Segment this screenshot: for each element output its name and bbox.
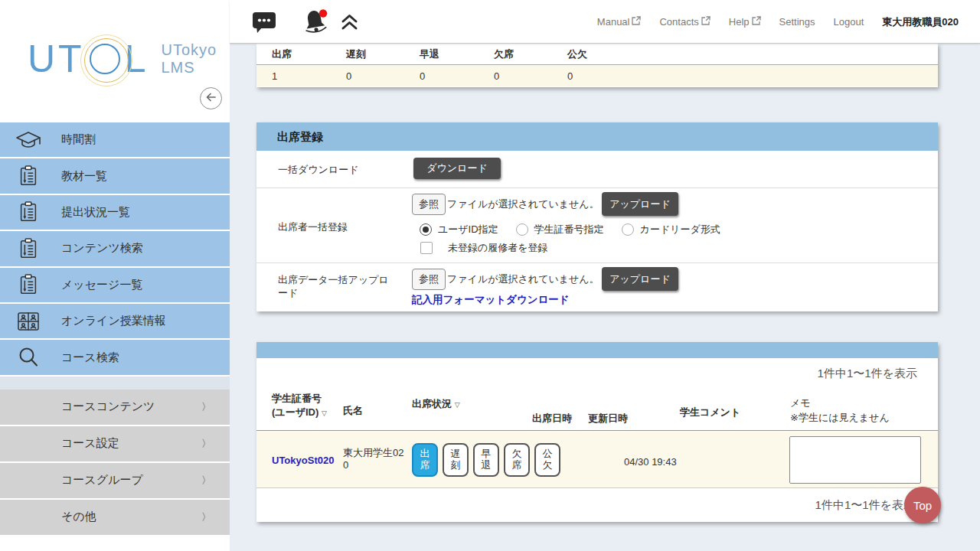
attendance-datetime-value: 04/30 19:43 — [624, 456, 677, 468]
id-type-radio-group: ユーザID指定 学生証番号指定 カードリーダ形式 — [412, 223, 738, 236]
status-button-late[interactable]: 遅刻 — [443, 443, 469, 477]
logout-link-label: Logout — [834, 16, 864, 28]
sidebar-collapse-button[interactable] — [200, 87, 222, 109]
table-header-bar — [256, 342, 938, 358]
message-list-icon — [15, 273, 41, 296]
sidebar-item-submission-status[interactable]: 提出状況一覧 — [0, 195, 230, 231]
memo-textarea[interactable] — [789, 436, 921, 484]
result-count-top: 1件中1〜1件を表示 — [818, 367, 917, 381]
manual-link[interactable]: Manual — [597, 16, 642, 28]
status-button-early-leave[interactable]: 早退 — [473, 443, 499, 477]
sort-indicator-icon: ▽ — [455, 401, 460, 409]
external-link-icon — [752, 16, 761, 28]
student-row: UTokyoSt020 東大用学生020 出席 遅刻 早退 欠席 公欠 04/3… — [256, 430, 938, 488]
browse-button[interactable]: 参照 — [412, 194, 446, 215]
attendance-status-button-group: 出席 遅刻 早退 欠席 公欠 — [412, 443, 560, 477]
sidebar-item-course-settings[interactable]: コース設定 〉 — [0, 426, 230, 463]
help-link[interactable]: Help — [729, 16, 761, 28]
browse-button[interactable]: 参照 — [412, 269, 446, 290]
logo-subtitle-line1: UTokyo — [161, 41, 217, 59]
sidebar-item-course-group[interactable]: コースグループ 〉 — [0, 463, 230, 500]
scroll-to-top-button[interactable]: Top — [904, 487, 941, 523]
chevron-right-icon: 〉 — [201, 437, 211, 451]
sidebar: UTL UTokyo LMS 時間割 — [0, 0, 230, 551]
utol-logo: UTL UTokyo LMS — [28, 37, 217, 81]
memo-header-line2: ※学生には見えません — [790, 412, 890, 423]
sidebar-item-messages[interactable]: メッセージ一覧 — [0, 268, 230, 304]
sidebar-item-course-contents[interactable]: コースコンテンツ 〉 — [0, 390, 230, 426]
sidebar-item-course-search[interactable]: コース検索 — [0, 340, 230, 376]
column-header-student-id[interactable]: 学生証番号 (ユーザID) ▽ — [272, 392, 327, 419]
summary-value-late: 0 — [346, 70, 351, 82]
topbar: Manual Contacts Help Settings Logout 東 — [230, 0, 980, 44]
radio-student-card-number[interactable] — [516, 223, 528, 236]
no-file-selected-text: ファイルが選択されていません。 — [447, 197, 599, 211]
logo-letter-u: U — [28, 37, 58, 81]
radio-card-reader-format-label: カードリーダ形式 — [640, 223, 720, 236]
contacts-link[interactable]: Contacts — [659, 16, 710, 28]
download-button[interactable]: ダウンロード — [413, 158, 501, 179]
radio-card-reader-format[interactable] — [622, 223, 634, 236]
sidebar-item-materials[interactable]: 教材一覧 — [0, 158, 230, 194]
register-unregistered-row: 未登録の履修者を登録 — [420, 241, 548, 255]
sidebar-item-label: コースグループ — [61, 473, 143, 487]
main-area: Manual Contacts Help Settings Logout 東 — [230, 0, 980, 551]
upload-button[interactable]: アップロード — [602, 267, 678, 291]
student-id-header-line1: 学生証番号 — [272, 393, 322, 404]
logo-word: UTL — [28, 37, 149, 81]
sidebar-main-menu: 時間割 教材一覧 提出状況一覧 コンテンツ検索 — [0, 122, 230, 377]
help-link-label: Help — [729, 16, 750, 28]
register-unregistered-label: 未登録の履修者を登録 — [448, 241, 548, 255]
sidebar-item-label: オンライン授業情報 — [61, 314, 166, 328]
online-class-icon — [15, 311, 41, 332]
student-id-link[interactable]: UTokyoSt020 — [272, 455, 334, 466]
register-unregistered-checkbox[interactable] — [420, 242, 433, 254]
summary-header-present: 出席 — [272, 47, 292, 61]
sidebar-item-timetable[interactable]: 時間割 — [0, 122, 230, 158]
result-count-bottom: 1件中1〜1件を表示 — [815, 488, 915, 522]
column-header-status[interactable]: 出席状況 ▽ — [412, 397, 460, 411]
search-icon — [15, 346, 41, 369]
sidebar-item-label: コンテンツ検索 — [61, 241, 143, 256]
attendance-register-panel: 出席登録 一括ダウンロード ダウンロード 出席者一括登録 参照 ファイルが選択さ… — [256, 122, 938, 311]
format-download-link[interactable]: 記入用フォーマットダウンロード — [412, 293, 570, 307]
sort-indicator-icon: ▽ — [322, 409, 327, 417]
status-button-excused[interactable]: 公欠 — [534, 443, 560, 477]
summary-header-excused: 公欠 — [567, 47, 587, 61]
sidebar-item-label: 提出状況一覧 — [61, 205, 130, 220]
logo-subtitle: UTokyo LMS — [161, 41, 217, 77]
sidebar-item-content-search[interactable]: コンテンツ検索 — [0, 231, 230, 267]
column-header-attendance-datetime: 出席日時 — [532, 412, 572, 425]
logo-subtitle-line2: LMS — [161, 59, 217, 77]
upload-button[interactable]: アップロード — [602, 192, 678, 216]
memo-header-line1: メモ — [790, 397, 811, 409]
settings-link[interactable]: Settings — [779, 16, 815, 28]
status-button-absent[interactable]: 欠席 — [504, 443, 530, 477]
radio-user-id[interactable] — [420, 223, 432, 236]
summary-header-late: 遅刻 — [346, 47, 366, 61]
summary-values-row: 1 0 0 0 0 — [256, 65, 938, 86]
summary-value-excused: 0 — [567, 70, 573, 82]
sidebar-item-online-class-info[interactable]: オンライン授業情報 — [0, 304, 230, 340]
logout-link[interactable]: Logout — [834, 16, 864, 28]
notifications-bell-icon[interactable] — [302, 8, 331, 39]
bulk-download-label: 一括ダウンロード — [278, 163, 359, 177]
radio-student-card-number-label: 学生証番号指定 — [534, 223, 604, 236]
back-arrow-icon — [204, 90, 218, 107]
sidebar-course-menu: コースコンテンツ 〉 コース設定 〉 コースグループ 〉 その他 〉 — [0, 390, 230, 536]
summary-header-absent: 欠席 — [494, 47, 514, 61]
student-id-header-line2: (ユーザID) — [272, 406, 318, 418]
attendance-summary-table: 出席 遅刻 早退 欠席 公欠 1 0 0 0 0 — [256, 44, 938, 87]
chevron-right-icon: 〉 — [201, 400, 211, 414]
summary-value-early-leave: 0 — [420, 70, 425, 82]
app-root: UTL UTokyo LMS 時間割 — [0, 0, 980, 551]
messages-icon[interactable] — [251, 10, 277, 37]
manual-link-label: Manual — [597, 16, 630, 28]
sidebar-item-others[interactable]: その他 〉 — [0, 500, 230, 536]
logged-in-user-name: 東大用教職員020 — [882, 15, 959, 29]
status-header-label: 出席状況 — [412, 398, 452, 409]
student-attendance-panel: 1件中1〜1件を表示 学生証番号 (ユーザID) ▽ 氏名 出席状況 ▽ 出席日… — [256, 342, 938, 522]
collapse-header-icon[interactable] — [340, 13, 359, 34]
status-button-present[interactable]: 出席 — [412, 443, 438, 477]
bulk-register-row: 出席者一括登録 参照 ファイルが選択されていません。 アップロード ユーザID指… — [256, 188, 938, 263]
